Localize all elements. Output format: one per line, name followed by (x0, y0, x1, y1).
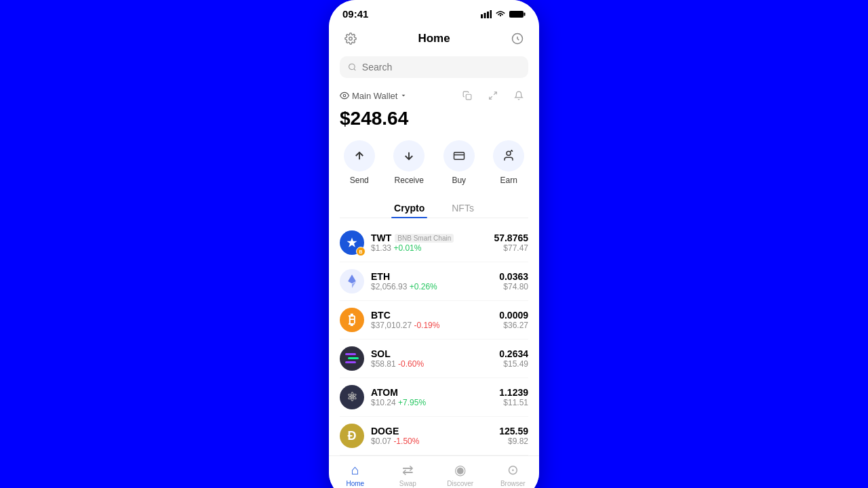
browser-icon: ⊙ (507, 462, 519, 478)
svg-rect-21 (348, 357, 359, 359)
svg-rect-20 (345, 353, 356, 355)
send-icon-circle (344, 140, 375, 171)
receive-label: Receive (395, 176, 424, 185)
btc-price: $37,010.27 -0.19% (371, 321, 439, 330)
copy-button[interactable] (458, 86, 477, 105)
atom-amount: 1.1239 (499, 387, 528, 398)
svg-line-11 (494, 92, 496, 95)
earn-label: Earn (500, 176, 517, 185)
bottom-nav: ⌂ Home ⇄ Swap ◉ Discover ⊙ Browser (329, 455, 539, 488)
search-bar[interactable] (340, 56, 528, 78)
svg-line-8 (354, 68, 355, 70)
svg-rect-2 (487, 12, 489, 18)
svg-rect-15 (454, 152, 464, 160)
svg-rect-1 (484, 13, 486, 18)
eth-symbol: ETH (371, 271, 390, 282)
expand-button[interactable] (484, 86, 502, 105)
sol-icon (340, 346, 364, 371)
nav-discover[interactable]: ◉ Discover (434, 462, 487, 487)
earn-icon-circle (493, 140, 524, 171)
atom-symbol: ATOM (371, 387, 398, 398)
list-item[interactable]: ₿ BTC $37,010.27 -0.19% 0.0009 $36.27 (340, 301, 528, 340)
status-time: 09:41 (342, 8, 368, 20)
doge-symbol: DOGE (371, 426, 399, 436)
nav-browser[interactable]: ⊙ Browser (487, 462, 540, 487)
swap-icon: ⇄ (402, 462, 414, 478)
receive-button[interactable]: Receive (393, 140, 425, 185)
home-icon: ⌂ (351, 462, 359, 478)
svg-point-9 (343, 94, 346, 97)
crypto-left-eth: ETH $2,056.93 +0.26% (340, 269, 437, 293)
svg-rect-3 (490, 10, 492, 18)
buy-button[interactable]: Buy (443, 140, 475, 185)
twt-icon: B (340, 230, 364, 255)
list-item[interactable]: ⚛ ATOM $10.24 +7.95% 1.1239 $11.51 (340, 378, 528, 417)
btc-icon: ₿ (340, 308, 364, 332)
receive-icon-circle (393, 140, 425, 171)
wallet-balance: $248.64 (340, 108, 528, 129)
svg-marker-18 (348, 274, 356, 283)
nav-home[interactable]: ⌂ Home (329, 462, 382, 487)
wallet-header: Main Wallet (340, 86, 528, 105)
home-nav-label: Home (346, 480, 364, 487)
nav-swap[interactable]: ⇄ Swap (382, 462, 435, 487)
list-item[interactable]: Ð DOGE $0.07 -1.50% 125.59 $9.82 (340, 417, 528, 455)
bell-button[interactable] (509, 86, 528, 105)
crypto-left-atom: ⚛ ATOM $10.24 +7.95% (340, 385, 426, 409)
doge-amount: 125.59 (499, 426, 528, 436)
send-button[interactable]: Send (344, 140, 375, 185)
btc-symbol: BTC (371, 310, 391, 321)
browser-nav-label: Browser (500, 480, 526, 487)
crypto-left-btc: ₿ BTC $37,010.27 -0.19% (340, 308, 439, 332)
twt-value: $77.47 (503, 243, 528, 253)
eth-value: $74.80 (503, 282, 528, 291)
search-icon (348, 62, 357, 72)
list-item[interactable]: B TWT BNB Smart Chain $1.33 +0.01% 57.87… (340, 224, 528, 262)
doge-icon: Ð (340, 424, 364, 448)
list-item[interactable]: SOL $58.81 -0.60% 0.2634 $15.49 (340, 340, 528, 378)
discover-icon: ◉ (454, 462, 466, 478)
sol-amount: 0.2634 (499, 348, 528, 359)
wallet-section: Main Wallet (329, 86, 539, 140)
tab-crypto[interactable]: Crypto (391, 199, 427, 218)
wallet-actions (458, 86, 528, 105)
doge-info: DOGE $0.07 -1.50% (371, 426, 419, 446)
twt-info: TWT BNB Smart Chain $1.33 +0.01% (371, 232, 454, 253)
twt-amount: 57.8765 (494, 232, 528, 243)
action-buttons: Send Receive Buy (329, 140, 539, 185)
doge-price: $0.07 -1.50% (371, 436, 419, 446)
send-label: Send (350, 176, 369, 185)
crypto-left-twt: B TWT BNB Smart Chain $1.33 +0.01% (340, 230, 454, 255)
btc-amount: 0.0009 (499, 310, 528, 321)
svg-rect-0 (481, 14, 483, 18)
wallet-connect-button[interactable] (507, 28, 528, 49)
btc-value: $36.27 (503, 321, 528, 330)
earn-button[interactable]: Earn (493, 140, 524, 185)
crypto-left-doge: Ð DOGE $0.07 -1.50% (340, 424, 419, 448)
atom-info: ATOM $10.24 +7.95% (371, 387, 426, 407)
doge-right: 125.59 $9.82 (499, 426, 528, 446)
asset-tabs: Crypto NFTs (340, 199, 528, 218)
search-input[interactable] (362, 62, 520, 73)
tab-nfts[interactable]: NFTs (449, 199, 477, 218)
eth-price: $2,056.93 +0.26% (371, 282, 437, 291)
sol-symbol: SOL (371, 348, 391, 359)
eye-icon (340, 91, 349, 100)
sol-value: $15.49 (503, 359, 528, 369)
buy-label: Buy (452, 176, 466, 185)
eth-right: 0.0363 $74.80 (499, 271, 528, 291)
app-header: Home (329, 24, 539, 56)
eth-info: ETH $2,056.93 +0.26% (371, 271, 437, 291)
crypto-left-sol: SOL $58.81 -0.60% (340, 346, 424, 371)
svg-rect-22 (345, 361, 356, 363)
settings-button[interactable] (340, 28, 361, 49)
wallet-name[interactable]: Main Wallet (340, 91, 407, 101)
page-title: Home (418, 32, 450, 45)
btc-info: BTC $37,010.27 -0.19% (371, 310, 439, 330)
swap-nav-label: Swap (399, 480, 416, 487)
list-item[interactable]: ETH $2,056.93 +0.26% 0.0363 $74.80 (340, 262, 528, 301)
atom-icon: ⚛ (340, 385, 364, 409)
status-icons (481, 10, 526, 18)
svg-point-6 (349, 37, 353, 41)
sol-info: SOL $58.81 -0.60% (371, 348, 424, 369)
